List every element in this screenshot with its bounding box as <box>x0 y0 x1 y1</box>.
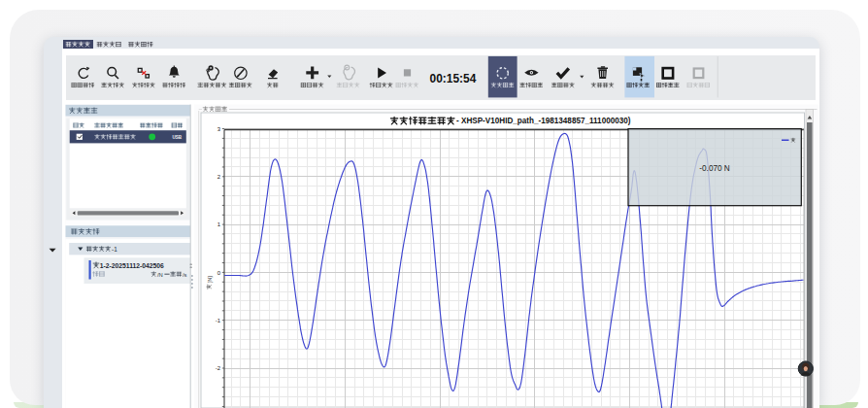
svg-text:0: 0 <box>217 270 221 276</box>
svg-text:-0.070 N: -0.070 N <box>699 163 730 173</box>
svg-text:[N]: [N] <box>207 276 213 284</box>
svg-text:-1: -1 <box>216 318 221 323</box>
svg-text:1: 1 <box>217 221 221 227</box>
svg-text:2: 2 <box>217 174 221 180</box>
svg-text:- XHSP-V10HID_path_-1981348857: - XHSP-V10HID_path_-1981348857_111000030… <box>456 115 631 125</box>
svg-text:-2: -2 <box>216 365 221 371</box>
svg-text:3: 3 <box>217 126 221 132</box>
